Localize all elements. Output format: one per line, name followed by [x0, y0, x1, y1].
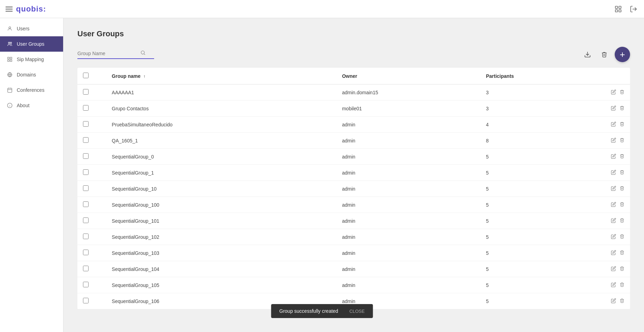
row-checkbox-cell [77, 197, 106, 213]
row-checkbox-4[interactable] [83, 153, 89, 159]
edit-icon[interactable] [611, 138, 616, 144]
snackbar-close-button[interactable]: Close [349, 309, 365, 314]
svg-point-6 [8, 42, 10, 44]
row-checkbox-9[interactable] [83, 234, 89, 239]
delete-icon[interactable] [620, 105, 624, 112]
row-owner: admin [336, 229, 480, 245]
edit-icon[interactable] [611, 250, 616, 256]
delete-icon[interactable] [620, 186, 624, 192]
sidebar-label-domains: Domains [17, 72, 36, 78]
delete-icon[interactable] [620, 170, 624, 176]
delete-icon[interactable] [620, 298, 624, 304]
sidebar-item-users[interactable]: Users [0, 21, 63, 36]
row-owner: admin [336, 165, 480, 181]
delete-icon[interactable] [620, 234, 624, 240]
sidebar-label-users: Users [17, 26, 30, 31]
row-actions [584, 213, 630, 229]
sidebar-item-domains[interactable]: Domains [0, 67, 63, 82]
row-checkbox-0[interactable] [83, 89, 89, 95]
sidebar-item-about[interactable]: About [0, 98, 63, 113]
bulk-delete-button[interactable] [598, 48, 611, 61]
edit-icon[interactable] [611, 105, 616, 112]
select-all-checkbox[interactable] [83, 73, 89, 78]
sidebar-item-user-groups[interactable]: User Groups [0, 36, 63, 52]
search-container [77, 50, 154, 59]
search-icon[interactable] [140, 50, 146, 57]
delete-icon[interactable] [620, 266, 624, 272]
svg-rect-0 [615, 6, 618, 8]
row-checkbox-5[interactable] [83, 169, 89, 175]
row-actions [584, 229, 630, 245]
row-participants: 5 [480, 181, 584, 197]
add-group-button[interactable]: + [615, 47, 630, 62]
owner-header: Owner [336, 68, 480, 84]
group-name-header[interactable]: Group name ↑ [106, 68, 336, 84]
logout-icon[interactable] [629, 4, 638, 14]
edit-icon[interactable] [611, 298, 616, 304]
row-actions [584, 245, 630, 261]
edit-icon[interactable] [611, 282, 616, 288]
table-body: AAAAAA1 admin.domain15 3 [77, 84, 630, 309]
row-checkbox-cell [77, 261, 106, 277]
edit-icon[interactable] [611, 154, 616, 160]
external-link-icon[interactable] [613, 4, 623, 14]
row-checkbox-cell [77, 181, 106, 197]
sort-arrow-icon: ↑ [143, 74, 145, 79]
row-checkbox-11[interactable] [83, 266, 89, 271]
edit-icon[interactable] [611, 121, 616, 128]
row-actions [584, 117, 630, 133]
sidebar-item-conferences[interactable]: Conferences [0, 82, 63, 98]
svg-point-20 [141, 51, 144, 54]
delete-icon[interactable] [620, 89, 624, 96]
delete-icon[interactable] [620, 218, 624, 224]
delete-icon[interactable] [620, 202, 624, 208]
edit-icon[interactable] [611, 218, 616, 224]
row-participants: 5 [480, 277, 584, 293]
edit-icon[interactable] [611, 186, 616, 192]
row-participants: 5 [480, 245, 584, 261]
delete-icon[interactable] [620, 282, 624, 288]
row-checkbox-13[interactable] [83, 298, 89, 303]
edit-icon[interactable] [611, 202, 616, 208]
search-input[interactable] [77, 51, 140, 56]
groups-table-container: Group name ↑ Owner Participants AAAAAA1 … [77, 68, 630, 309]
row-checkbox-2[interactable] [83, 121, 89, 127]
delete-icon[interactable] [620, 154, 624, 160]
row-checkbox-10[interactable] [83, 250, 89, 255]
edit-icon[interactable] [611, 170, 616, 176]
download-button[interactable] [581, 48, 594, 61]
edit-icon[interactable] [611, 234, 616, 240]
row-owner: admin [336, 117, 480, 133]
row-checkbox-3[interactable] [83, 137, 89, 143]
topbar-left: quobis: [6, 5, 46, 14]
delete-icon[interactable] [620, 250, 624, 256]
row-checkbox-1[interactable] [83, 105, 89, 111]
toolbar: + [77, 47, 630, 62]
row-actions [584, 261, 630, 277]
table-row: SequentialGroup_105 admin 5 [77, 277, 630, 293]
svg-rect-3 [615, 9, 618, 12]
svg-rect-9 [10, 57, 12, 59]
row-owner: admin [336, 197, 480, 213]
row-actions [584, 293, 630, 309]
row-checkbox-12[interactable] [83, 282, 89, 287]
row-actions [584, 149, 630, 165]
row-participants: 5 [480, 197, 584, 213]
users-icon [7, 41, 13, 47]
row-checkbox-7[interactable] [83, 201, 89, 207]
groups-table: Group name ↑ Owner Participants AAAAAA1 … [77, 68, 630, 309]
table-row: SequentialGroup_103 admin 5 [77, 245, 630, 261]
calendar-icon [7, 87, 13, 93]
row-group-name: SequentialGroup_104 [106, 261, 336, 277]
sidebar-item-sip-mapping[interactable]: Sip Mapping [0, 52, 63, 67]
table-row: SequentialGroup_100 admin 5 [77, 197, 630, 213]
edit-icon[interactable] [611, 266, 616, 272]
delete-icon[interactable] [620, 121, 624, 128]
edit-icon[interactable] [611, 89, 616, 96]
hamburger-icon[interactable] [6, 7, 13, 12]
row-checkbox-8[interactable] [83, 217, 89, 223]
row-participants: 5 [480, 213, 584, 229]
row-checkbox-6[interactable] [83, 185, 89, 191]
sidebar-label-user-groups: User Groups [17, 41, 44, 47]
delete-icon[interactable] [620, 138, 624, 144]
